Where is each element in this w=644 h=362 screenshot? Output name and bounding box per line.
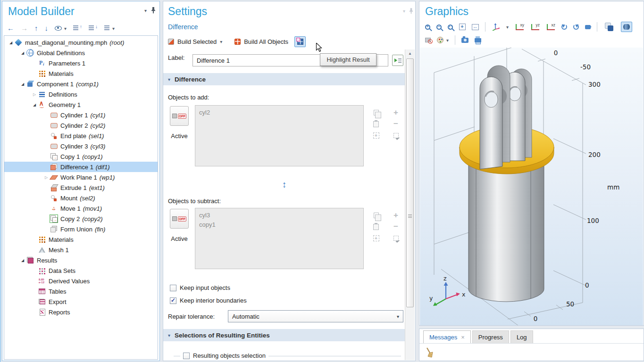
zoom-box-icon[interactable] xyxy=(448,25,453,30)
swap-lists-icon[interactable]: ↕ xyxy=(282,180,287,190)
tree-item[interactable]: Derived Values xyxy=(4,276,158,286)
tab-messages[interactable]: Messages × xyxy=(423,330,471,343)
selection-list-button[interactable] xyxy=(392,55,403,66)
tree-item[interactable]: Parameters 1 xyxy=(4,58,158,68)
zoom-extents-icon[interactable] xyxy=(459,24,466,30)
build-all-objects-button[interactable]: Build All Objects xyxy=(244,38,288,45)
node-label-button[interactable]: ▾ xyxy=(104,25,115,31)
zoom-in-icon[interactable]: + xyxy=(425,25,430,30)
view-yz-button[interactable]: yz xyxy=(530,24,540,31)
paste-icon[interactable] xyxy=(373,121,379,127)
object-list-item[interactable]: cyl2 xyxy=(199,108,360,117)
snapshot-icon[interactable] xyxy=(461,38,468,43)
resulting-objects-selection-checkbox[interactable] xyxy=(183,353,190,359)
tree-item[interactable]: Form Union (fin) xyxy=(4,224,158,234)
keep-interior-boundaries-row[interactable]: Keep interior boundaries xyxy=(170,297,247,304)
view-all-icon[interactable] xyxy=(472,24,479,30)
tree-item[interactable]: Mesh 1 xyxy=(4,245,158,255)
copy-to-clipboard-icon[interactable] xyxy=(374,213,379,218)
tree-expander[interactable] xyxy=(31,92,38,97)
tab-log[interactable]: Log xyxy=(510,330,533,343)
tab-progress[interactable]: Progress xyxy=(472,330,509,343)
objects-to-add-active-toggle[interactable]: OFF xyxy=(170,106,189,126)
close-icon[interactable]: × xyxy=(461,334,465,341)
tree-item[interactable]: Cylinder 2 (cyl2) xyxy=(4,120,158,131)
tree-item[interactable]: Global Definitions xyxy=(4,48,158,58)
clear-messages-broom-icon[interactable] xyxy=(425,347,435,359)
section-selections-header[interactable]: ▾ Selections of Resulting Entities xyxy=(163,329,405,341)
tree-item[interactable]: Results xyxy=(4,255,158,265)
objects-to-add-list[interactable]: cyl2 xyxy=(195,105,364,166)
tree-item[interactable]: Cylinder 1 (cyl1) xyxy=(4,110,158,120)
tree-item[interactable]: End plate (sel1) xyxy=(4,131,158,141)
repair-tolerance-dropdown[interactable]: Automatic ▾ xyxy=(228,310,403,322)
go-to-view-icon[interactable] xyxy=(492,23,500,31)
settings-scrollbar[interactable]: ▲ xyxy=(405,49,415,360)
transparency-button[interactable] xyxy=(621,22,632,32)
add-icon[interactable]: + xyxy=(393,109,398,116)
tree-expander[interactable] xyxy=(42,175,50,180)
tree-item[interactable]: Definitions xyxy=(4,89,158,99)
chevron-down-icon[interactable]: ▾ xyxy=(220,39,222,44)
tree-item[interactable]: Tables xyxy=(4,286,158,296)
back-button[interactable]: ← xyxy=(7,24,14,33)
expand-all-button[interactable]: ↓ xyxy=(89,25,94,31)
tree-item[interactable]: Reports xyxy=(4,307,158,317)
panel-menu-icon[interactable]: ▾ xyxy=(144,8,147,13)
objects-to-subtract-list[interactable]: cyl3copy1 xyxy=(195,208,364,269)
zoom-to-selection-icon[interactable] xyxy=(373,132,379,139)
pin-icon[interactable] xyxy=(409,8,413,14)
chevron-down-icon[interactable]: ▾ xyxy=(506,25,509,30)
zoom-to-selection-icon[interactable] xyxy=(373,235,379,241)
copy-to-clipboard-icon[interactable] xyxy=(374,110,379,115)
tree-item[interactable]: Data Sets xyxy=(4,265,158,276)
keep-input-objects-row[interactable]: Keep input objects xyxy=(170,284,230,291)
object-list-item[interactable]: cyl3 xyxy=(199,211,360,220)
tree-item[interactable]: Extrude 1 (ext1) xyxy=(4,182,158,193)
rotate-clockwise-icon[interactable] xyxy=(561,24,567,30)
show-button[interactable]: ▾ xyxy=(55,26,67,31)
section-difference-header[interactable]: ▾ Difference xyxy=(163,73,405,85)
tree-item[interactable]: Work Plane 1 (wp1) xyxy=(4,172,158,182)
view-xz-button[interactable]: xz xyxy=(546,24,555,31)
tree-item[interactable]: Copy 2 (copy2) xyxy=(4,214,158,224)
scene-light-button[interactable] xyxy=(603,22,615,32)
scroll-up-icon[interactable]: ▲ xyxy=(405,51,415,56)
collapse-all-button[interactable]: ↑ xyxy=(73,25,78,31)
paste-icon[interactable] xyxy=(373,224,379,230)
scrollbar-thumb[interactable] xyxy=(406,58,414,307)
remove-icon[interactable]: − xyxy=(393,223,398,230)
clear-selection-icon[interactable] xyxy=(393,236,399,241)
move-down-button[interactable]: ↓ xyxy=(45,24,49,33)
highlight-result-button[interactable] xyxy=(294,36,306,47)
color-palette-button[interactable]: ▾ xyxy=(437,37,449,43)
keep-input-objects-checkbox[interactable] xyxy=(170,285,176,291)
panel-menu-icon[interactable]: ▾ xyxy=(403,8,405,14)
remove-icon[interactable]: − xyxy=(393,121,398,127)
tree-expander[interactable] xyxy=(19,258,26,263)
add-icon[interactable]: + xyxy=(393,212,398,219)
tree-item[interactable]: Difference 1 (dif1) xyxy=(4,162,158,172)
tree-item[interactable]: Cylinder 3 (cyl3) xyxy=(4,141,158,151)
print-icon[interactable] xyxy=(475,38,481,42)
hide-objects-icon[interactable] xyxy=(425,38,431,42)
tree-item[interactable]: Materials xyxy=(4,68,158,79)
tree-item[interactable]: Mount (sel2) xyxy=(4,193,158,203)
tree-expander[interactable] xyxy=(19,82,26,86)
rotate-counterclockwise-icon[interactable] xyxy=(573,24,579,30)
tree-item[interactable]: Geometry 1 xyxy=(4,99,158,110)
object-list-item[interactable]: copy1 xyxy=(199,220,360,230)
forward-button[interactable]: → xyxy=(21,24,28,33)
clear-selection-icon[interactable] xyxy=(393,133,399,138)
pin-icon[interactable] xyxy=(151,7,156,14)
keep-interior-boundaries-checkbox[interactable] xyxy=(170,297,176,304)
graphics-canvas[interactable]: 0 -50 300 200 mm 100 0 50 0 z y x xyxy=(420,48,643,325)
objects-to-subtract-active-toggle[interactable]: OFF xyxy=(170,209,189,229)
build-selected-button[interactable]: Build Selected xyxy=(177,38,217,45)
tree-item[interactable]: mast_diagonal_mounting.mph (root) xyxy=(4,37,158,48)
tree-item[interactable]: Move 1 (mov1) xyxy=(4,203,158,214)
tree-item[interactable]: Copy 1 (copy1) xyxy=(4,151,158,162)
camera-view-icon[interactable] xyxy=(585,25,591,29)
move-up-button[interactable]: ↑ xyxy=(34,24,38,33)
tree-expander[interactable] xyxy=(19,51,26,55)
